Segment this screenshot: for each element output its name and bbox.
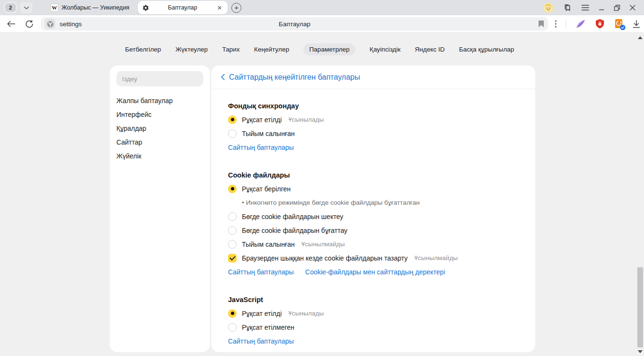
option-hint: Ұсынылады — [289, 310, 324, 317]
radio-unselected-icon[interactable] — [228, 323, 237, 332]
toolbar-divider — [566, 20, 566, 28]
reload-button[interactable] — [22, 17, 36, 31]
nav-tab-extensions[interactable]: Кеңейтулер — [254, 43, 290, 55]
tab-title: Баптаулар — [149, 4, 216, 11]
radio-unselected-icon[interactable] — [228, 129, 237, 138]
new-tab-button[interactable]: + — [231, 3, 241, 13]
tab-settings[interactable]: Баптаулар ✕ — [138, 1, 228, 14]
radio-option[interactable]: Бөгде cookie файлдарын бұғаттау — [228, 223, 526, 237]
kebab-icon — [555, 20, 557, 28]
menu-button[interactable] — [582, 5, 589, 10]
sidebar-item-sites[interactable]: Сайттар — [116, 135, 203, 149]
nav-tab-history[interactable]: Тарих — [222, 43, 240, 55]
extensions-menu-button[interactable] — [555, 20, 557, 28]
bookmark-icon — [538, 20, 544, 28]
section-title-background-sync: Фондық синхрондау — [228, 99, 526, 113]
chevron-left-icon — [221, 74, 225, 80]
option-label: Рұқсат етілді — [242, 116, 282, 124]
radio-option[interactable]: Тыйым салынған — [228, 126, 526, 140]
tab-close-icon[interactable]: ✕ — [216, 4, 223, 11]
option-hint: Ұсынылмайды — [415, 254, 458, 262]
feather-icon — [575, 19, 586, 29]
radio-option[interactable]: Рұқсат берілген — [228, 182, 526, 196]
option-label: Браузерден шыққан кезде cookie файлдарын… — [242, 254, 408, 262]
sidebar-search-input[interactable] — [116, 71, 203, 86]
extension-feather-button[interactable] — [575, 19, 586, 29]
nav-tab-settings[interactable]: Параметрлер — [303, 43, 355, 55]
nav-tab-bookmarks[interactable]: Бетбелгілер — [125, 43, 161, 55]
tab-wikipedia[interactable]: W Жолбарыс — Уикипедия — [46, 0, 134, 15]
settings-nav: Бетбелгілер Жүктеулер Тарих Кеңейтулер П… — [0, 43, 639, 55]
settings-sidebar: Жалпы баптаулар Интерфейс Құралдар Сайтт… — [110, 65, 210, 352]
site-settings-link[interactable]: Сайттың баптаулары — [228, 337, 294, 345]
restore-icon — [614, 5, 620, 11]
scroll-up-arrow[interactable] — [638, 36, 643, 39]
scroll-down-arrow[interactable] — [638, 350, 643, 353]
hamburger-icon — [582, 5, 589, 10]
checkbox-checked-icon[interactable] — [228, 254, 237, 262]
radio-option[interactable]: Бөгде cookie файлдарын шектеу — [228, 209, 526, 223]
sidebar-item-general[interactable]: Жалпы баптаулар — [116, 94, 203, 107]
tab-counter: 2 — [5, 3, 16, 12]
bookmark-button[interactable] — [538, 20, 544, 28]
radio-selected-icon[interactable] — [228, 115, 237, 124]
content-title: Сайттардың кеңейтілген баптаулары — [229, 73, 360, 82]
radio-selected-icon[interactable] — [228, 185, 237, 193]
nav-tab-security[interactable]: Қауіпсіздік — [370, 43, 401, 55]
scrollbar-thumb[interactable] — [637, 267, 643, 347]
page-title: Баптаулар — [41, 21, 548, 28]
reload-icon — [25, 20, 33, 28]
minimize-icon — [599, 5, 604, 10]
option-label: Бөгде cookie файлдарын бұғаттау — [242, 227, 347, 234]
close-window-button[interactable] — [630, 5, 635, 10]
minimize-button[interactable] — [599, 5, 604, 10]
radio-unselected-icon[interactable] — [228, 240, 237, 249]
tab-panels-button[interactable] — [563, 3, 572, 12]
radio-option[interactable]: Рұқсат етілмеген — [228, 320, 526, 334]
radio-unselected-icon[interactable] — [228, 226, 237, 235]
sidebar-item-system[interactable]: Жүйелік — [116, 149, 203, 163]
back-arrow-icon — [7, 21, 15, 27]
radio-option[interactable]: Тыйым салынған Ұсынылмайды — [228, 237, 526, 251]
tab-panels-icon — [563, 3, 572, 12]
yandex-browser-icon — [47, 21, 54, 28]
wikipedia-favicon: W — [51, 4, 58, 11]
content-header-back[interactable]: Сайттардың кеңейтілген баптаулары — [211, 65, 535, 89]
option-label: Тыйым салынған — [242, 241, 295, 248]
close-icon — [630, 5, 635, 10]
site-settings-link[interactable]: Сайттың баптаулары — [228, 144, 294, 151]
cookies-site-data-link[interactable]: Cookie-файлдары мен сайттардың деректері — [305, 268, 445, 276]
check-badge-icon — [620, 25, 625, 30]
tab-counter-button[interactable]: 2 — [4, 2, 17, 13]
radio-unselected-icon[interactable] — [228, 212, 237, 221]
extension-shield-button[interactable] — [595, 19, 605, 29]
downloads-button[interactable] — [633, 20, 640, 28]
site-settings-link[interactable]: Сайттың баптаулары — [228, 268, 294, 276]
section-title-cookies: Cookie файлдары — [228, 168, 526, 182]
radio-option[interactable]: Рұқсат етілді Ұсынылады — [228, 113, 526, 126]
browser-window: 2 W Жолбарыс — Уикипедия Баптаулар ✕ + — [0, 0, 644, 356]
nav-tab-downloads[interactable]: Жүктеулер — [176, 43, 208, 55]
tabs-dropdown-button[interactable] — [20, 2, 32, 13]
toolbar: settings Баптаулар — [0, 15, 644, 33]
option-hint: Ұсынылмайды — [301, 241, 345, 248]
tab-strip: 2 W Жолбарыс — Уикипедия Баптаулар ✕ + — [0, 0, 644, 15]
page-scrollbar[interactable] — [636, 33, 644, 356]
chevron-down-icon — [24, 6, 29, 10]
nav-tab-yandex-id[interactable]: Яндекс ID — [415, 43, 445, 55]
extension-downloader-button[interactable] — [614, 19, 623, 29]
sidebar-item-interface[interactable]: Интерфейс — [116, 107, 203, 121]
site-badge[interactable] — [45, 19, 55, 29]
checkbox-option[interactable]: Браузерден шыққан кезде cookie файлдарын… — [228, 251, 526, 265]
sidebar-item-tools[interactable]: Құралдар — [116, 121, 203, 135]
radio-selected-icon[interactable] — [228, 309, 237, 318]
option-hint: Ұсынылады — [289, 116, 324, 123]
radio-option[interactable]: Рұқсат етілді Ұсынылады — [228, 306, 526, 320]
nav-tab-other-devices[interactable]: Басқа құрылғылар — [459, 43, 514, 55]
back-button[interactable] — [4, 17, 18, 31]
address-bar[interactable]: settings Баптаулар — [41, 17, 548, 31]
avatar[interactable] — [543, 3, 553, 13]
option-label: Рұқсат етілмеген — [242, 324, 294, 331]
tab-title: Жолбарыс — Уикипедия — [62, 4, 129, 11]
maximize-button[interactable] — [614, 5, 620, 11]
